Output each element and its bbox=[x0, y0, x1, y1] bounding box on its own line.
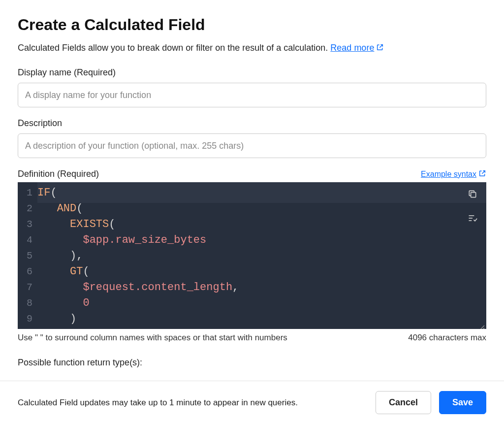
footer: Calculated Field updates may take up to … bbox=[0, 381, 504, 424]
resize-handle-icon[interactable] bbox=[478, 321, 485, 328]
display-name-label: Display name (Required) bbox=[18, 67, 486, 78]
example-syntax-link[interactable]: Example syntax bbox=[421, 169, 486, 179]
read-more-link[interactable]: Read more bbox=[330, 43, 384, 53]
display-name-input[interactable] bbox=[18, 83, 486, 107]
description-label: Description bbox=[18, 118, 486, 129]
definition-hint-right: 4096 characters max bbox=[408, 333, 486, 343]
footer-note: Calculated Field updates may take up to … bbox=[18, 398, 298, 408]
definition-hint-left: Use " " to surround column names with sp… bbox=[18, 333, 287, 343]
subtitle-text: Calculated Fields allow you to break dow… bbox=[18, 43, 330, 53]
description-input[interactable] bbox=[18, 133, 486, 158]
definition-editor[interactable]: 123456789 IF( AND( EXISTS( $app.raw_size… bbox=[18, 182, 486, 329]
page-title: Create a Calculated Field bbox=[18, 16, 486, 34]
code-gutter: 123456789 bbox=[18, 182, 37, 329]
copy-icon[interactable] bbox=[466, 187, 479, 202]
code-body[interactable]: IF( AND( EXISTS( $app.raw_size_bytes ), … bbox=[37, 182, 486, 329]
svg-rect-0 bbox=[471, 193, 476, 197]
external-link-icon bbox=[376, 43, 384, 54]
definition-label: Definition (Required) bbox=[18, 169, 99, 179]
page-subtitle: Calculated Fields allow you to break dow… bbox=[18, 43, 486, 54]
cancel-button[interactable]: Cancel bbox=[376, 391, 431, 414]
save-button[interactable]: Save bbox=[439, 391, 486, 414]
validate-icon[interactable] bbox=[466, 211, 479, 227]
external-link-icon bbox=[478, 169, 486, 179]
return-types-label: Possible function return type(s): bbox=[18, 358, 486, 368]
